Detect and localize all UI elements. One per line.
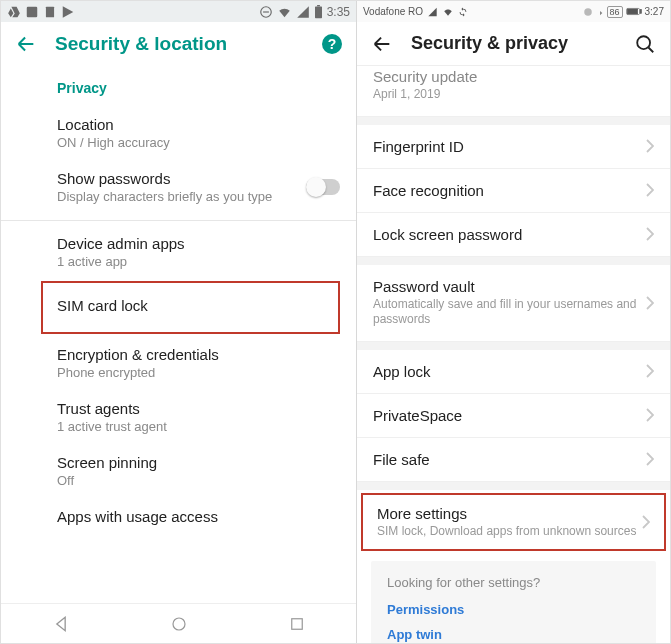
chevron-right-icon: [646, 183, 654, 197]
section-label-privacy: Privacy: [1, 66, 356, 106]
navigation-bar: [1, 603, 356, 643]
item-title: SIM card lock: [57, 297, 332, 314]
item-title: PrivateSpace: [373, 407, 646, 424]
item-subtitle: 1 active trust agent: [57, 419, 340, 434]
item-title: Device admin apps: [57, 235, 340, 252]
header-bar: Security & privacy: [357, 22, 670, 66]
item-file-safe[interactable]: File safe: [357, 438, 670, 482]
section-gap: [357, 482, 670, 490]
item-app-lock[interactable]: App lock: [357, 350, 670, 394]
item-subtitle: Off: [57, 473, 340, 488]
item-face-recognition[interactable]: Face recognition: [357, 169, 670, 213]
svg-rect-11: [640, 10, 641, 14]
item-show-passwords[interactable]: Show passwords Display characters briefl…: [1, 160, 356, 216]
item-trust-agents[interactable]: Trust agents 1 active trust agent: [1, 390, 356, 444]
item-privatespace[interactable]: PrivateSpace: [357, 394, 670, 438]
doc-icon: [43, 5, 57, 19]
item-title: App lock: [373, 363, 646, 380]
toggle-switch[interactable]: [306, 179, 340, 195]
battery-icon: [314, 5, 323, 19]
item-fingerprint[interactable]: Fingerprint ID: [357, 125, 670, 169]
section-gap: [357, 342, 670, 350]
svg-rect-4: [315, 6, 322, 18]
svg-rect-5: [317, 5, 320, 6]
emui-settings-screen: Vodafone RO 86 3:27 Security & privacy S…: [357, 1, 670, 643]
drive-icon: [7, 5, 21, 19]
footer-other-settings: Looking for other settings? Permissions …: [371, 561, 656, 643]
item-title: Trust agents: [57, 400, 340, 417]
item-sim-card-lock-highlighted[interactable]: SIM card lock: [41, 281, 340, 334]
svg-line-13: [648, 47, 653, 52]
play-icon: [61, 5, 75, 19]
recent-nav-icon[interactable]: [288, 615, 306, 633]
settings-list[interactable]: Privacy Location ON / High accuracy Show…: [1, 66, 356, 603]
item-apps-usage[interactable]: Apps with usage access: [1, 498, 356, 527]
item-title: Lock screen password: [373, 226, 646, 243]
item-title: Apps with usage access: [57, 508, 340, 525]
battery-percent: 86: [607, 6, 623, 18]
item-subtitle: Phone encrypted: [57, 365, 340, 380]
carrier-label: Vodafone RO: [363, 6, 423, 17]
chevron-right-icon: [646, 364, 654, 378]
svg-rect-7: [292, 618, 303, 629]
item-title: Password vault: [373, 278, 646, 295]
item-screen-pinning[interactable]: Screen pinning Off: [1, 444, 356, 498]
item-encryption[interactable]: Encryption & credentials Phone encrypted: [1, 336, 356, 390]
svg-point-6: [173, 618, 185, 630]
svg-point-8: [584, 8, 592, 16]
signal-icon: [427, 7, 438, 17]
item-title: Encryption & credentials: [57, 346, 340, 363]
item-subtitle: 1 active app: [57, 254, 340, 269]
bluetooth-icon: [596, 7, 604, 17]
sync-icon: [458, 7, 468, 17]
item-security-update[interactable]: Security update April 1, 2019: [357, 66, 670, 117]
header-bar: Security & location ?: [1, 22, 356, 66]
back-arrow-icon[interactable]: [371, 33, 393, 55]
item-more-settings-highlighted[interactable]: More settings SIM lock, Download apps fr…: [361, 493, 666, 552]
help-icon[interactable]: ?: [322, 34, 342, 54]
link-permissions[interactable]: Permissions: [387, 602, 640, 617]
item-device-admin[interactable]: Device admin apps 1 active app: [1, 225, 356, 279]
item-title: File safe: [373, 451, 646, 468]
search-icon[interactable]: [634, 33, 656, 55]
nfc-icon: [583, 7, 593, 17]
chevron-right-icon: [646, 227, 654, 241]
svg-point-12: [637, 36, 650, 49]
item-title: More settings: [377, 505, 642, 522]
svg-rect-1: [46, 6, 54, 17]
page-title: Security & location: [55, 33, 227, 55]
chevron-right-icon: [646, 408, 654, 422]
divider: [1, 220, 356, 221]
dnd-icon: [259, 5, 273, 19]
section-gap: [357, 257, 670, 265]
chevron-right-icon: [646, 139, 654, 153]
svg-rect-10: [627, 9, 637, 14]
chevron-right-icon: [646, 452, 654, 466]
section-gap: [357, 117, 670, 125]
signal-icon: [296, 5, 310, 19]
item-location[interactable]: Location ON / High accuracy: [1, 106, 356, 160]
wifi-icon: [442, 7, 454, 17]
wifi-icon: [277, 5, 292, 19]
settings-list[interactable]: Security update April 1, 2019 Fingerprin…: [357, 66, 670, 643]
image-icon: [25, 5, 39, 19]
home-nav-icon[interactable]: [170, 615, 188, 633]
svg-rect-0: [27, 6, 38, 17]
page-title: Security & privacy: [411, 33, 568, 54]
item-subtitle: Automatically save and fill in your user…: [373, 297, 646, 328]
item-title: Location: [57, 116, 340, 133]
status-time: 3:27: [645, 6, 664, 17]
item-title: Face recognition: [373, 182, 646, 199]
item-subtitle: SIM lock, Download apps from unknown sou…: [377, 524, 642, 540]
status-time: 3:35: [327, 5, 350, 19]
item-lock-screen-password[interactable]: Lock screen password: [357, 213, 670, 257]
link-app-twin[interactable]: App twin: [387, 627, 640, 642]
status-bar: Vodafone RO 86 3:27: [357, 1, 670, 22]
back-nav-icon[interactable]: [51, 614, 71, 634]
item-password-vault[interactable]: Password vault Automatically save and fi…: [357, 265, 670, 342]
footer-question: Looking for other settings?: [387, 575, 640, 590]
back-arrow-icon[interactable]: [15, 33, 37, 55]
item-subtitle: ON / High accuracy: [57, 135, 340, 150]
item-subtitle: April 1, 2019: [373, 87, 654, 103]
item-title: Screen pinning: [57, 454, 340, 471]
